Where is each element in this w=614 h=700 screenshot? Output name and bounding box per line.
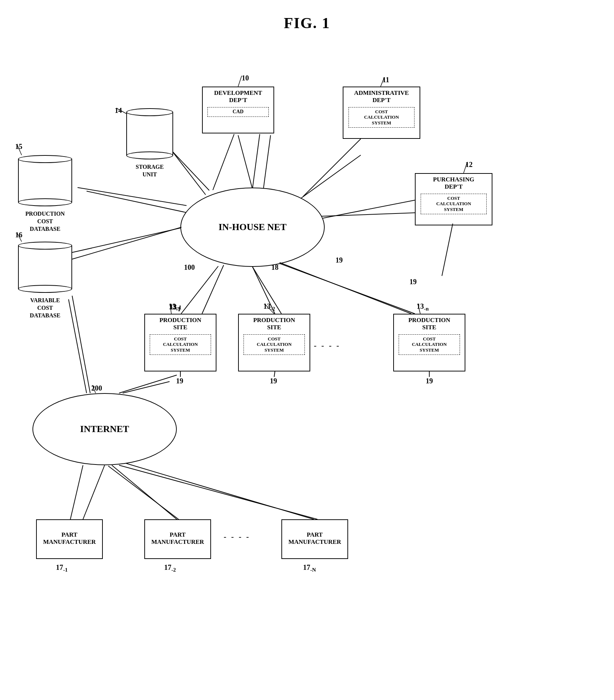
svg-line-11	[112, 465, 177, 519]
ref-17-n-label: 17-N	[303, 563, 316, 573]
svg-line-38	[70, 465, 83, 519]
ref-18: 18	[271, 263, 279, 272]
production-cost-db-cylinder: PRODUCTIONCOSTDATABASE	[18, 155, 72, 233]
ref-13-2-label: 13-2	[263, 302, 275, 312]
svg-line-4	[170, 148, 206, 195]
ref-19-ps2: 19	[270, 377, 277, 385]
svg-line-10	[83, 465, 105, 519]
ref-19-psn: 19	[426, 377, 433, 385]
svg-line-9	[274, 261, 415, 314]
purchasing-cost-calc-inner: COSTCALCULATIONSYSTEM	[421, 194, 487, 214]
development-dept-title: DEVELOPMENTDEP'T	[214, 89, 262, 104]
svg-line-37	[123, 382, 170, 393]
var-cost-db-cyl-bottom	[18, 285, 72, 293]
svg-line-1	[263, 135, 271, 189]
production-site-2-title: PRODUCTIONSITE	[253, 317, 295, 331]
svg-line-30	[280, 263, 411, 314]
svg-line-23	[303, 139, 361, 197]
storage-unit-cyl-body	[126, 112, 173, 155]
dashes-prod-sites: - - - -	[314, 341, 341, 350]
svg-line-39	[108, 466, 179, 519]
ref-100: 100	[184, 263, 195, 272]
in-house-net-label: IN-HOUSE NET	[219, 222, 287, 233]
svg-line-34	[274, 371, 275, 377]
svg-line-22	[253, 134, 260, 188]
svg-line-5	[87, 191, 188, 213]
part-mfr-n-title: PARTMANUFACTURER	[288, 531, 341, 546]
svg-line-7	[202, 265, 224, 314]
purchasing-dept-title: PURCHASINGDEP'T	[433, 176, 474, 191]
ref-17-2-label: 17-2	[164, 563, 176, 573]
svg-line-31	[442, 224, 453, 276]
part-mfr-2-title: PARTMANUFACTURER	[151, 531, 204, 546]
internet-label: INTERNET	[80, 424, 129, 435]
internet-node: INTERNET	[32, 393, 177, 465]
prod-cost-db-cyl-top	[18, 155, 72, 163]
ref-11: 11	[382, 76, 389, 84]
svg-line-0	[238, 135, 253, 189]
ref-16: 16	[15, 231, 22, 239]
ref-12: 12	[465, 160, 473, 169]
svg-line-32	[355, 139, 361, 252]
page-title: FIG. 1	[0, 0, 614, 32]
ref-19-admin: 19	[335, 256, 343, 264]
part-mfr-1-title: PARTMANUFACTURER	[43, 531, 96, 546]
ref-14: 14	[115, 106, 122, 115]
svg-line-2	[296, 155, 361, 202]
production-cost-db-label: PRODUCTIONCOSTDATABASE	[25, 210, 65, 233]
ref-19-purch: 19	[409, 278, 417, 286]
production-site-1-box: PRODUCTIONSITE COSTCALCULATIONSYSTEM	[144, 314, 216, 371]
prod-cost-db-cyl-bottom	[18, 198, 72, 206]
in-house-net-node: IN-HOUSE NET	[180, 188, 325, 267]
administrative-dept-box: ADMINISTRATIVEDEP'T COSTCALCULATIONSYSTE…	[343, 87, 420, 139]
storage-unit-cyl-bottom	[126, 151, 173, 159]
ref-15: 15	[15, 142, 22, 151]
var-cost-db-cyl-body	[18, 246, 72, 289]
administrative-dept-title: ADMINISTRATIVEDEP'T	[354, 89, 409, 104]
part-mfr-2-box: PARTMANUFACTURER	[144, 519, 211, 559]
prod-cost-db-cyl-body	[18, 159, 72, 202]
part-mfr-n-box: PARTMANUFACTURER	[281, 519, 348, 559]
svg-line-28	[181, 266, 218, 314]
ref-19-ps1: 19	[176, 377, 183, 385]
ref-200: 200	[91, 384, 102, 392]
prod-site-n-cost-calc: COSTCALCULATIONSYSTEM	[399, 334, 460, 355]
svg-line-12	[119, 465, 317, 519]
svg-line-3	[317, 213, 415, 216]
ref-13-1-label: 13-1	[169, 302, 181, 312]
svg-line-13	[72, 296, 90, 393]
ref-13-n-label: 13-n	[417, 302, 429, 312]
svg-line-15	[238, 76, 242, 87]
svg-line-25	[172, 151, 209, 190]
prod-site-2-cost-calc: COSTCALCULATIONSYSTEM	[244, 334, 304, 355]
admin-cost-calc-inner: COSTCALCULATIONSYSTEM	[348, 107, 415, 128]
variable-cost-db-cylinder: VARIABLECOSTDATABASE	[18, 242, 72, 319]
storage-unit-label: STORAGEUNIT	[136, 163, 164, 179]
storage-unit-cyl-top	[126, 108, 173, 116]
svg-line-21	[213, 134, 234, 190]
part-mfr-1-box: PARTMANUFACTURER	[36, 519, 103, 559]
dashes-manufacturers: - - - -	[224, 532, 250, 541]
svg-line-6	[72, 227, 184, 252]
cad-inner: CAD	[207, 107, 268, 117]
svg-line-14	[119, 375, 177, 393]
production-site-1-title: PRODUCTIONSITE	[159, 317, 201, 331]
ref-10: 10	[242, 74, 249, 82]
svg-line-24	[323, 200, 415, 218]
svg-line-27	[70, 227, 181, 260]
production-site-2-box: PRODUCTIONSITE COSTCALCULATIONSYSTEM	[238, 314, 310, 371]
prod-site-1-cost-calc: COSTCALCULATIONSYSTEM	[150, 334, 211, 355]
development-dept-box: DEVELOPMENTDEP'T CAD	[202, 87, 274, 133]
variable-cost-db-label: VARIABLECOSTDATABASE	[30, 297, 61, 319]
production-site-n-title: PRODUCTIONSITE	[408, 317, 450, 331]
svg-line-40	[126, 463, 314, 519]
var-cost-db-cyl-top	[18, 242, 72, 250]
ref-17-1-label: 17-1	[56, 563, 68, 573]
production-site-n-box: PRODUCTIONSITE COSTCALCULATIONSYSTEM	[393, 314, 465, 371]
storage-unit-cylinder: STORAGEUNIT	[126, 108, 173, 179]
svg-line-26	[78, 188, 187, 206]
purchasing-dept-box: PURCHASINGDEP'T COSTCALCULATIONSYSTEM	[415, 173, 492, 225]
